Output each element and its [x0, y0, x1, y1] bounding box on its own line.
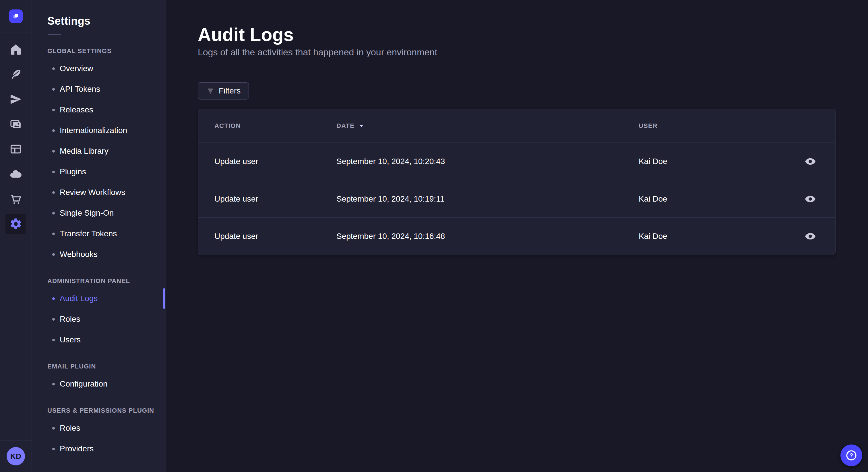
- sidebar-item-internationalization[interactable]: Internationalization: [32, 120, 166, 141]
- logo-area: [0, 0, 32, 32]
- strapi-logo-icon[interactable]: [9, 9, 23, 23]
- eye-icon: [805, 156, 816, 167]
- table-header-row: ACTION DATE USER: [198, 109, 835, 143]
- bullet-icon: [52, 339, 55, 341]
- cloud-icon[interactable]: [5, 164, 26, 184]
- table-row: Update user September 10, 2024, 10:20:43…: [198, 143, 835, 180]
- sidebar-item-label: Single Sign-On: [60, 208, 114, 217]
- column-header-date[interactable]: DATE: [336, 122, 639, 130]
- cell-user: Kai Doe: [639, 232, 802, 241]
- bullet-icon: [52, 150, 55, 153]
- strapi-logo-glyph: [11, 12, 20, 20]
- bullet-icon: [52, 427, 55, 430]
- administration-panel-list: Audit Logs Roles Users: [32, 288, 166, 350]
- user-avatar[interactable]: KD: [7, 447, 25, 465]
- sidebar-item-plugins[interactable]: Plugins: [32, 162, 166, 182]
- bullet-icon: [52, 171, 55, 173]
- view-log-button[interactable]: [802, 153, 819, 170]
- page-title: Audit Logs: [198, 25, 836, 45]
- layout-icon[interactable]: [5, 139, 26, 160]
- view-log-button[interactable]: [802, 191, 819, 208]
- icon-rail-nav: [0, 39, 32, 234]
- home-icon[interactable]: [5, 39, 26, 60]
- strapi-admin-app: KD Settings GLOBAL SETTINGS Overview API…: [0, 0, 868, 472]
- bullet-icon: [52, 212, 55, 214]
- sidebar-item-transfer-tokens[interactable]: Transfer Tokens: [32, 224, 166, 244]
- sidebar-item-label: Transfer Tokens: [60, 229, 117, 238]
- global-settings-list: Overview API Tokens Releases Internation…: [32, 58, 166, 265]
- cell-date: September 10, 2024, 10:20:43: [336, 157, 639, 166]
- sidebar-item-label: Media Library: [60, 146, 108, 156]
- sidebar-item-label: Internationalization: [60, 126, 127, 135]
- sidebar-title-divider: [48, 34, 61, 35]
- sidebar-item-releases[interactable]: Releases: [32, 100, 166, 120]
- feather-icon[interactable]: [5, 64, 26, 85]
- sidebar-item-admin-roles[interactable]: Roles: [32, 309, 166, 330]
- cell-user: Kai Doe: [639, 157, 802, 166]
- cart-icon[interactable]: [5, 189, 26, 209]
- table-row: Update user September 10, 2024, 10:16:48…: [198, 217, 835, 255]
- paper-plane-icon[interactable]: [5, 89, 26, 109]
- column-header-user: USER: [639, 122, 802, 130]
- sidebar-item-review-workflows[interactable]: Review Workflows: [32, 182, 166, 203]
- sidebar-item-media-library[interactable]: Media Library: [32, 141, 166, 162]
- bullet-icon: [52, 129, 55, 132]
- user-area: KD: [0, 440, 32, 472]
- cell-action: Update user: [214, 194, 336, 204]
- sidebar-item-label: Plugins: [60, 167, 86, 176]
- section-label-administration-panel: ADMINISTRATION PANEL: [48, 277, 166, 285]
- cell-user: Kai Doe: [639, 194, 802, 204]
- sidebar-item-label: Webhooks: [60, 250, 98, 259]
- question-circle-icon: ?: [845, 449, 858, 462]
- help-button[interactable]: ?: [840, 444, 862, 466]
- column-header-action: ACTION: [214, 122, 336, 130]
- section-label-email-plugin: EMAIL PLUGIN: [48, 363, 166, 370]
- sidebar-item-single-sign-on[interactable]: Single Sign-On: [32, 203, 166, 224]
- sidebar-item-label: API Tokens: [60, 85, 100, 94]
- sidebar-item-label: Review Workflows: [60, 188, 125, 197]
- section-label-users-permissions-plugin: USERS & PERMISSIONS PLUGIN: [48, 407, 166, 414]
- bullet-icon: [52, 109, 55, 111]
- gear-icon[interactable]: [5, 214, 26, 234]
- cell-action: Update user: [214, 232, 336, 241]
- audit-logs-table: ACTION DATE USER Update user September 1…: [198, 109, 836, 255]
- sidebar-item-api-tokens[interactable]: API Tokens: [32, 79, 166, 100]
- sidebar-item-overview[interactable]: Overview: [32, 58, 166, 79]
- sidebar-item-label: Users: [60, 335, 81, 344]
- media-photos-icon[interactable]: [5, 114, 26, 134]
- sidebar-item-up-roles[interactable]: Roles: [32, 418, 166, 438]
- sidebar-item-label: Roles: [60, 314, 81, 324]
- bullet-icon: [52, 67, 55, 70]
- sidebar-item-audit-logs[interactable]: Audit Logs: [32, 288, 166, 309]
- bullet-icon: [52, 297, 55, 300]
- page-subtitle: Logs of all the activities that happened…: [198, 47, 836, 58]
- sidebar-item-label: Providers: [60, 444, 94, 453]
- svg-text:?: ?: [849, 452, 854, 459]
- sidebar-item-webhooks[interactable]: Webhooks: [32, 244, 166, 265]
- sidebar-item-label: Overview: [60, 64, 93, 73]
- sidebar-item-up-providers[interactable]: Providers: [32, 438, 166, 459]
- view-log-button[interactable]: [802, 228, 819, 245]
- cell-date: September 10, 2024, 10:16:48: [336, 232, 639, 241]
- bullet-icon: [52, 383, 55, 385]
- eye-icon: [805, 193, 816, 205]
- cell-action: Update user: [214, 157, 336, 166]
- sort-desc-icon: [359, 123, 364, 129]
- icon-rail: KD: [0, 0, 32, 472]
- sidebar-item-label: Configuration: [60, 379, 107, 389]
- cell-date: September 10, 2024, 10:19:11: [336, 194, 639, 204]
- bullet-icon: [52, 233, 55, 235]
- settings-sidebar: Settings GLOBAL SETTINGS Overview API To…: [32, 0, 166, 472]
- sidebar-item-label: Releases: [60, 105, 93, 114]
- filters-button-label: Filters: [219, 86, 241, 96]
- main-content: Audit Logs Logs of all the activities th…: [166, 0, 868, 472]
- bullet-icon: [52, 448, 55, 450]
- sidebar-item-configuration[interactable]: Configuration: [32, 374, 166, 394]
- table-row: Update user September 10, 2024, 10:19:11…: [198, 180, 835, 217]
- active-item-indicator: [163, 288, 165, 309]
- filters-button[interactable]: Filters: [198, 82, 249, 100]
- sidebar-item-admin-users[interactable]: Users: [32, 330, 166, 350]
- email-plugin-list: Configuration: [32, 374, 166, 394]
- filter-icon: [206, 87, 215, 95]
- bullet-icon: [52, 318, 55, 321]
